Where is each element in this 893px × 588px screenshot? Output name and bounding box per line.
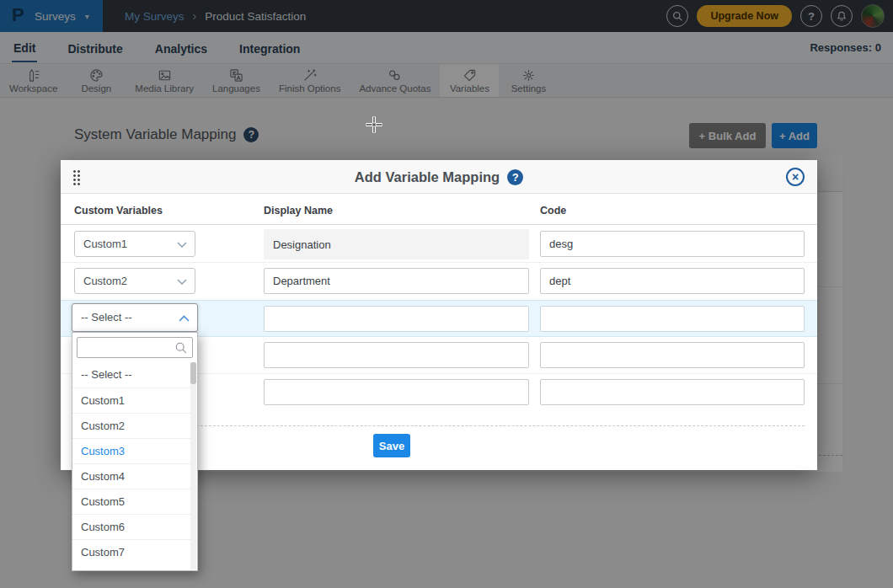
save-button[interactable]: Save [373, 434, 410, 457]
display-name-input-4[interactable] [264, 342, 529, 368]
modal-column-headers: Custom Variables Display Name Code [61, 194, 817, 225]
code-input-5[interactable] [540, 379, 805, 405]
code-input-3[interactable] [540, 306, 805, 332]
variable-select-2[interactable]: Custom2 [74, 268, 195, 294]
column-code: Code [540, 205, 566, 216]
column-custom-variables: Custom Variables [74, 205, 163, 216]
variable-dropdown-panel: -- Select -- Custom1 Custom2 Custom3 Cus… [72, 332, 198, 571]
dropdown-option-custom6[interactable]: Custom6 [72, 514, 197, 539]
dropdown-option-custom4[interactable]: Custom4 [72, 463, 197, 489]
search-icon [174, 341, 188, 355]
dropdown-option-select[interactable]: -- Select -- [72, 362, 197, 388]
chevron-up-icon [179, 315, 190, 322]
code-input-4[interactable] [540, 342, 805, 368]
dropdown-option-custom3[interactable]: Custom3 [72, 438, 197, 463]
modal-header: Add Variable Mapping ? × [61, 160, 817, 194]
display-name-input-2[interactable] [264, 268, 529, 294]
chevron-down-icon [177, 279, 187, 285]
display-name-input-1[interactable] [264, 229, 529, 259]
questionpro-app: { "topbar": { "product": "Surveys", "bre… [0, 0, 893, 588]
chevron-down-icon [177, 242, 187, 248]
dropdown-search-box [77, 337, 193, 358]
dropdown-scrollbar[interactable] [190, 362, 196, 569]
dropdown-options-list: -- Select -- Custom1 Custom2 Custom3 Cus… [72, 362, 197, 570]
mapping-row-1: Custom1 [61, 226, 817, 263]
variable-select-3-open[interactable]: -- Select -- [72, 303, 198, 332]
scrollbar-thumb[interactable] [190, 362, 196, 384]
variable-select-1[interactable]: Custom1 [74, 231, 195, 257]
code-input-1[interactable] [540, 231, 805, 257]
close-icon[interactable]: × [786, 168, 805, 186]
dropdown-option-custom5[interactable]: Custom5 [72, 489, 197, 514]
column-display-name: Display Name [264, 205, 333, 216]
display-name-input-3[interactable] [264, 306, 529, 332]
mapping-row-2: Custom2 [61, 263, 817, 300]
dropdown-option-custom2[interactable]: Custom2 [72, 413, 197, 438]
dropdown-option-custom7[interactable]: Custom7 [72, 539, 197, 564]
code-input-2[interactable] [540, 268, 805, 294]
dropdown-option-custom1[interactable]: Custom1 [72, 388, 197, 413]
display-name-input-5[interactable] [264, 379, 529, 405]
modal-help-icon[interactable]: ? [507, 169, 523, 185]
modal-title: Add Variable Mapping [355, 169, 500, 185]
